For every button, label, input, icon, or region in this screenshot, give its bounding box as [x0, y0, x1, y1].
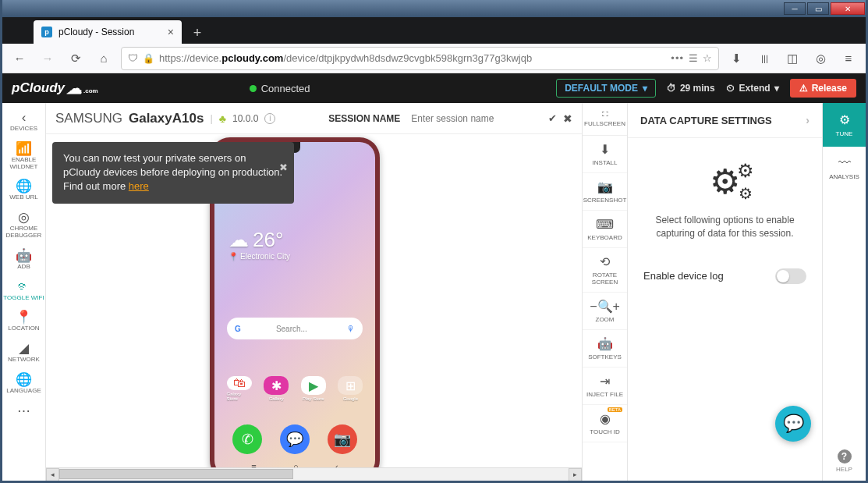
nav-weburl[interactable]: 🌐WEB URL — [2, 175, 45, 206]
zoom-icon: −🔍+ — [590, 299, 620, 314]
device-tools: ⛶FULLSCREEN ⬇INSTALL 📷SCREENSHOT ⌨KEYBOA… — [582, 103, 627, 481]
tooltip-close-icon[interactable]: ✖ — [279, 161, 288, 175]
tool-screenshot[interactable]: 📷SCREENSHOT — [583, 173, 627, 211]
fingerprint-icon: ◉ — [600, 411, 611, 426]
info-icon[interactable]: i — [264, 113, 275, 124]
connection-status: Connected — [250, 83, 310, 94]
rightnav-help[interactable]: ?HELP — [836, 442, 852, 481]
rightnav-tune[interactable]: ⚙TUNE — [823, 103, 866, 147]
data-capture-panel: DATA CAPTURE SETTINGS › ⚙⚙⚙ Select follo… — [627, 103, 822, 481]
session-name-label: SESSION NAME — [328, 113, 400, 124]
downloads-icon[interactable]: ⬇ — [725, 48, 747, 69]
device-log-toggle[interactable] — [775, 268, 806, 284]
fullscreen-icon: ⛶ — [602, 111, 608, 118]
forward-button[interactable]: → — [37, 48, 58, 69]
cloud-icon: ☁ — [229, 228, 249, 252]
nav-devices[interactable]: ‹DEVICES — [2, 106, 45, 137]
menu-icon[interactable]: ≡ — [838, 48, 859, 69]
nav-location[interactable]: 📍LOCATION — [2, 306, 45, 337]
chat-icon: 💬 — [783, 414, 804, 434]
gears-icon: ⚙⚙⚙ — [710, 162, 740, 201]
analysis-icon: 〰 — [838, 156, 851, 170]
tool-rotate[interactable]: ⟲ROTATE SCREEN — [583, 248, 627, 293]
device-stage: ✖ You can now test your private servers … — [46, 134, 582, 481]
browser-toolbar: ← → ⟳ ⌂ 🛡 🔒 https://device.pcloudy.com/d… — [2, 44, 866, 73]
new-tab-button[interactable]: + — [186, 22, 208, 44]
nav-toggle-wifi[interactable]: ᯤTOGGLE WIFI — [2, 275, 45, 307]
tooltip-link[interactable]: here — [129, 180, 149, 192]
page-actions-icon[interactable]: ••• — [671, 52, 684, 64]
scroll-right-icon[interactable]: ▸ — [569, 468, 582, 481]
chevron-down-icon: ▾ — [774, 83, 779, 94]
android-icon: 🤖 — [597, 336, 613, 351]
reader-icon[interactable]: ☰ — [689, 52, 698, 64]
rightnav-analysis[interactable]: 〰ANALYSIS — [823, 147, 866, 190]
tool-inject-file[interactable]: ⇥INJECT FILE — [583, 368, 627, 405]
language-icon: 🌐 — [16, 373, 32, 386]
reload-button[interactable]: ⟳ — [65, 48, 87, 69]
nav-more[interactable]: ⋯ — [2, 400, 45, 422]
chat-fab[interactable]: 💬 — [775, 406, 811, 442]
extend-button[interactable]: ⏲ Extend ▾ — [726, 83, 779, 94]
browser-tab[interactable]: p pCloudy - Session × — [34, 20, 182, 44]
cancel-icon[interactable]: ✖ — [563, 112, 572, 125]
tool-touch-id[interactable]: BETA◉TOUCH ID — [583, 405, 627, 442]
tool-install[interactable]: ⬇INSTALL — [583, 136, 627, 173]
os-minimize-button[interactable]: ─ — [784, 2, 806, 15]
phone-app-icon[interactable]: ✆ — [232, 424, 262, 454]
help-icon: ? — [838, 449, 852, 463]
account-icon[interactable]: ◎ — [810, 48, 831, 69]
nav-wildnet[interactable]: 📶ENABLE WILDNET — [2, 137, 45, 176]
weather-widget: ☁26° 📍Electronic City — [229, 228, 290, 261]
android-icon: 🤖 — [16, 249, 32, 262]
pin-icon: 📍 — [229, 252, 238, 261]
nav-adb[interactable]: 🤖ADB — [2, 244, 45, 275]
bookmark-icon[interactable]: ☆ — [703, 52, 712, 64]
google-folder-icon[interactable]: ⊞ — [338, 376, 363, 395]
tool-softkeys[interactable]: 🤖SOFTKEYS — [583, 330, 627, 368]
scroll-left-icon[interactable]: ◂ — [46, 468, 59, 481]
scrollbar-thumb[interactable] — [59, 469, 293, 479]
os-close-button[interactable]: ✕ — [831, 2, 865, 15]
horizontal-scrollbar[interactable]: ◂ ▸ — [46, 467, 582, 481]
url-bar[interactable]: 🛡 🔒 https://device.pcloudy.com/device/dt… — [121, 47, 719, 70]
stopwatch-icon: ⏱ — [667, 83, 676, 94]
clock-icon: ⏲ — [726, 83, 735, 94]
session-timer: ⏱ 29 mins — [667, 83, 715, 94]
messages-app-icon[interactable]: 💬 — [280, 424, 310, 454]
sidebar-icon[interactable]: ◫ — [781, 48, 803, 69]
confirm-icon[interactable]: ✔ — [548, 112, 557, 124]
back-button[interactable]: ← — [9, 48, 30, 69]
nav-chrome-debugger[interactable]: ◎CHROME DEBUGGER — [2, 206, 45, 244]
download-icon: ⬇ — [600, 142, 610, 157]
google-search-pill[interactable]: G Search... 🎙 — [227, 318, 363, 339]
tool-fullscreen[interactable]: ⛶FULLSCREEN — [583, 103, 627, 136]
nav-language[interactable]: 🌐LANGUAGE — [2, 368, 45, 400]
keyboard-icon: ⌨ — [596, 217, 614, 232]
device-infobar: SAMSUNG GalaxyA10s | ♣ 10.0.0 i SESSION … — [46, 103, 582, 134]
device-model: GalaxyA10s — [129, 111, 204, 126]
release-button[interactable]: ⚠ Release — [790, 79, 856, 98]
library-icon[interactable]: ⫼ — [753, 48, 775, 69]
play-store-icon[interactable]: ▶ — [301, 376, 326, 395]
gallery-icon[interactable]: ✱ — [264, 376, 289, 395]
mic-icon: 🎙 — [347, 325, 355, 333]
panel-title-row[interactable]: DATA CAPTURE SETTINGS › — [628, 103, 822, 138]
app-header: pCloudy☁.com Connected DEFAULT MODE▾ ⏱ 2… — [2, 73, 866, 103]
tool-zoom[interactable]: −🔍+ZOOM — [583, 293, 627, 330]
browser-tabstrip: p pCloudy - Session × + — [2, 17, 866, 44]
camera-app-icon[interactable]: 📷 — [328, 424, 357, 454]
app-logo[interactable]: pCloudy☁.com — [12, 79, 98, 98]
left-nav: ‹DEVICES 📶ENABLE WILDNET 🌐WEB URL ◎CHROM… — [2, 103, 46, 481]
galaxy-store-icon[interactable]: 🛍 — [227, 376, 252, 390]
panel-message: Select following options to enable captu… — [643, 214, 806, 240]
tab-close-icon[interactable]: × — [168, 26, 174, 38]
session-name-input[interactable] — [411, 113, 520, 124]
home-button[interactable]: ⌂ — [93, 48, 115, 69]
sliders-icon: ⚙ — [839, 112, 850, 127]
mode-dropdown[interactable]: DEFAULT MODE▾ — [556, 79, 656, 98]
os-maximize-button[interactable]: ▭ — [807, 2, 829, 15]
nav-network[interactable]: ◢NETWORK — [2, 337, 45, 368]
panel-title: DATA CAPTURE SETTINGS — [640, 115, 772, 126]
tool-keyboard[interactable]: ⌨KEYBOARD — [583, 211, 627, 248]
